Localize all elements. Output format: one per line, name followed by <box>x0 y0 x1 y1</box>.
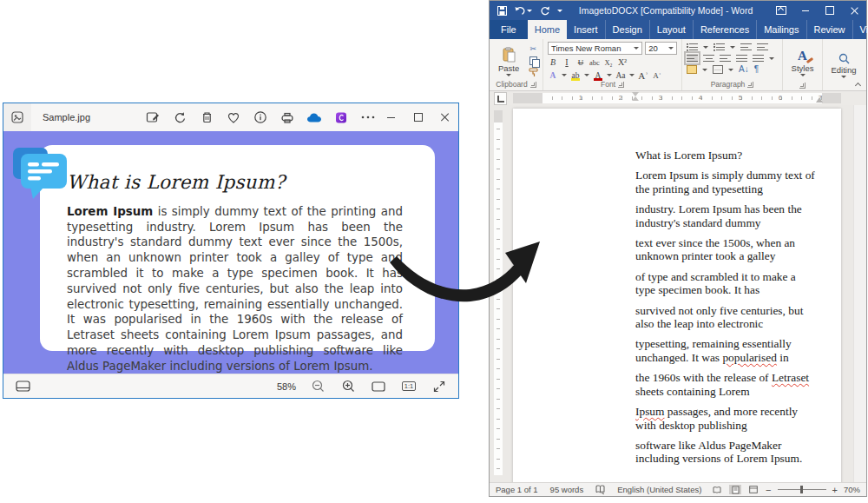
line-spacing-button[interactable] <box>753 54 764 63</box>
font-color-button[interactable]: A <box>593 69 603 81</box>
undo-button[interactable] <box>515 6 532 15</box>
decrease-indent-button[interactable] <box>740 43 752 51</box>
undo-dropdown-caret[interactable] <box>527 10 532 12</box>
ribbon-tab[interactable]: Home <box>528 20 567 39</box>
misspelled-word[interactable]: Ipsum <box>635 405 664 418</box>
proofing-status-button[interactable] <box>589 485 611 494</box>
word-count-status[interactable]: 95 words <box>544 485 590 494</box>
language-status[interactable]: English (United States) <box>611 485 707 494</box>
redo-icon[interactable] <box>540 6 549 16</box>
zoom-slider-thumb[interactable] <box>800 486 803 493</box>
ribbon-tab[interactable]: Mailings <box>757 20 806 39</box>
font-format-button[interactable]: U <box>575 56 586 68</box>
tab-selector-button[interactable] <box>494 92 507 105</box>
web-layout-button[interactable] <box>747 485 760 494</box>
font-format-button[interactable]: abc <box>589 56 600 68</box>
align-right-button[interactable] <box>720 54 731 63</box>
print-button[interactable] <box>279 109 295 125</box>
text-effects-button[interactable]: A <box>548 69 558 81</box>
increase-indent-button[interactable] <box>757 43 768 51</box>
align-center-button[interactable] <box>703 54 714 63</box>
clipchamp-button[interactable] <box>333 109 349 125</box>
font-color-caret[interactable] <box>607 74 612 76</box>
justify-button[interactable] <box>736 54 747 63</box>
paragraph-dialog-launcher[interactable] <box>747 82 753 88</box>
ribbon-tab[interactable]: Review <box>807 20 853 39</box>
numbering-button[interactable] <box>713 43 725 51</box>
highlight-caret[interactable] <box>584 74 589 76</box>
doc-paragraph[interactable]: survived not only five centuries, but al… <box>635 304 817 331</box>
bullets-button[interactable] <box>687 43 698 51</box>
edit-image-button[interactable] <box>145 109 161 125</box>
doc-text-segment[interactable]: of type and scrambled it to make a type … <box>635 270 796 296</box>
font-format-button[interactable]: I <box>562 56 572 68</box>
file-info-button[interactable] <box>253 109 268 125</box>
font-format-button[interactable]: X² <box>617 56 628 68</box>
print-layout-button[interactable] <box>729 485 741 494</box>
line-spacing-caret[interactable] <box>769 57 774 60</box>
ribbon-display-options-button[interactable] <box>769 1 793 20</box>
photos-close-button[interactable] <box>431 103 458 131</box>
word-maximize-button[interactable] <box>818 1 842 20</box>
font-format-button[interactable]: B <box>548 56 558 68</box>
actual-size-button[interactable]: 1:1 <box>401 379 417 394</box>
misspelled-word[interactable]: popularised <box>722 351 776 364</box>
zoom-slider[interactable] <box>778 489 826 490</box>
doc-paragraph[interactable]: industry. Lorem Ipsum has been the indus… <box>635 202 817 229</box>
styles-dialog-launcher[interactable] <box>799 83 806 89</box>
doc-paragraph[interactable]: typesetting, remaining essentially uncha… <box>635 337 817 364</box>
first-line-indent-marker[interactable] <box>632 92 639 99</box>
copy-button[interactable] <box>527 56 539 66</box>
font-dialog-launcher[interactable] <box>618 82 624 88</box>
doc-paragraph[interactable]: What is Lorem Ipsum? <box>635 149 817 162</box>
word-minimize-button[interactable] <box>793 1 818 20</box>
horizontal-ruler[interactable]: 1234567 <box>513 93 841 103</box>
word-zoom-level[interactable]: 70% <box>844 485 860 494</box>
paste-button[interactable]: Paste <box>492 41 525 81</box>
styles-button[interactable]: A Styles <box>785 41 821 83</box>
zoom-in-control[interactable]: + <box>832 486 838 494</box>
ribbon-tab[interactable]: References <box>694 20 757 39</box>
doc-paragraph[interactable]: of type and scrambled it to make a type … <box>635 270 817 297</box>
highlight-color-button[interactable]: ab <box>570 69 581 81</box>
sort-button[interactable]: A↓ <box>739 65 749 74</box>
doc-paragraph[interactable]: text ever since the 1500s, when an unkno… <box>635 236 817 263</box>
doc-paragraph[interactable]: Ipsum passages, and more recently with d… <box>635 405 817 432</box>
text-effects-caret[interactable] <box>562 74 567 76</box>
see-more-button[interactable] <box>360 109 376 125</box>
doc-text-segment[interactable]: survived not only five centuries, but al… <box>635 304 803 330</box>
zoom-out-button[interactable] <box>310 379 326 394</box>
fullscreen-button[interactable] <box>431 379 447 394</box>
save-icon[interactable] <box>497 6 507 16</box>
borders-caret[interactable] <box>728 69 733 71</box>
collapse-ribbon-button[interactable] <box>855 82 861 88</box>
cut-button[interactable]: ✂ <box>527 43 539 54</box>
doc-paragraph[interactable]: Lorem Ipsum is simply dummy text of the … <box>635 169 817 195</box>
save-to-onedrive-button[interactable] <box>306 109 322 125</box>
ribbon-tab[interactable]: Design <box>606 20 650 39</box>
ribbon-tab[interactable]: Insert <box>567 20 606 39</box>
format-painter-button[interactable] <box>527 67 539 77</box>
zoom-in-button[interactable] <box>340 379 356 394</box>
ribbon-tab[interactable]: View <box>853 20 868 39</box>
align-left-button[interactable] <box>687 54 698 63</box>
bullets-caret[interactable] <box>703 46 708 49</box>
font-name-combo[interactable]: Times New Roman <box>548 42 642 55</box>
rotate-button[interactable] <box>172 109 187 125</box>
read-mode-button[interactable] <box>711 485 723 494</box>
doc-text-segment[interactable]: the 1960s with the release of <box>635 371 772 384</box>
word-document-text[interactable]: What is Lorem Ipsum?Lorem Ipsum is simpl… <box>635 149 817 473</box>
doc-text-segment[interactable]: What is Lorem Ipsum? <box>635 149 742 162</box>
font-format-button[interactable]: X₂ <box>603 56 614 68</box>
photos-minimize-button[interactable] <box>378 103 404 131</box>
font-size-combo[interactable]: 20 <box>645 42 677 55</box>
word-close-button[interactable] <box>842 1 866 20</box>
tab-file[interactable]: File <box>490 20 528 39</box>
show-paragraph-marks-button[interactable]: ¶ <box>754 65 759 74</box>
clipboard-dialog-launcher[interactable] <box>530 82 536 88</box>
document-page[interactable]: What is Lorem Ipsum?Lorem Ipsum is simpl… <box>513 109 841 482</box>
zoom-out-control[interactable]: − <box>766 486 771 494</box>
doc-paragraph[interactable]: software like Aldus PageMaker including … <box>635 439 817 466</box>
misspelled-word[interactable]: Letraset <box>772 371 809 384</box>
paste-dropdown-caret[interactable] <box>506 74 511 76</box>
